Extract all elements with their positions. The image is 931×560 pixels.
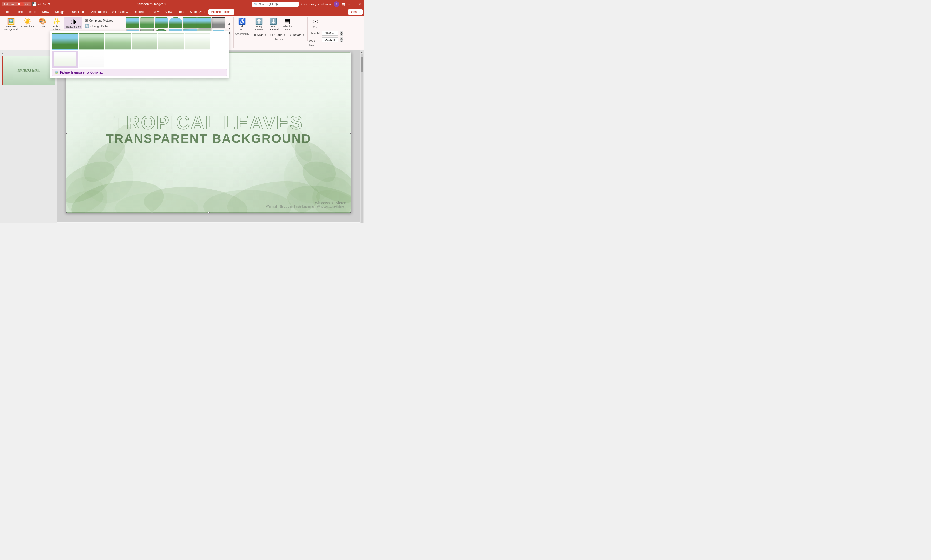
autosave-toggle[interactable] <box>17 2 25 6</box>
menu-help[interactable]: Help <box>175 9 187 15</box>
minimize-button[interactable]: ─ <box>348 2 351 6</box>
trans-option-5[interactable] <box>185 33 210 50</box>
close-button[interactable]: ✕ <box>358 2 362 6</box>
autosave-state: Off <box>25 3 29 6</box>
trans-option-0[interactable] <box>52 33 78 50</box>
windows-watermark: Windows aktivieren Wechseln Sie zu den E… <box>266 201 346 208</box>
selection-pane-icon: ▤ <box>285 18 291 25</box>
slide-title-container: TROPICAL LEAVES TRANSPARENT BACKGROUND <box>94 113 323 146</box>
width-up[interactable]: ▲ <box>340 37 343 40</box>
rotate-button[interactable]: ↻ Rotate ▾ <box>288 32 306 37</box>
alt-text-button[interactable]: ♿ AltText <box>235 17 249 32</box>
handle-bottomright[interactable] <box>350 212 351 213</box>
ps-scroll-down[interactable]: ▼ <box>227 26 232 31</box>
compress-pictures-button[interactable]: ⊞ Compress Pictures <box>83 18 115 23</box>
group-button[interactable]: ⬡ Group ▾ <box>269 32 287 37</box>
right-scrollbar: ▲ ▼ <box>360 50 364 223</box>
menu-transitions[interactable]: Transitions <box>68 9 88 15</box>
share-button[interactable]: Share <box>348 9 363 15</box>
ps-thumb-4[interactable] <box>169 17 182 28</box>
ps-scroll-up[interactable]: ▲ <box>227 22 232 26</box>
bring-forward-icon: ⬆️ <box>255 18 263 25</box>
scroll-thumb[interactable] <box>360 57 363 72</box>
picture-transparency-options-button[interactable]: 🖼️ Picture Transparency Options... <box>52 69 227 76</box>
menu-draw[interactable]: Draw <box>39 9 52 15</box>
slide-title-line1: TROPICAL LEAVES <box>94 113 323 132</box>
menu-slideshow[interactable]: Slide Show <box>109 9 131 15</box>
scroll-track <box>360 54 363 223</box>
user-avatar[interactable]: J <box>334 1 339 7</box>
selection-pane-button[interactable]: ▤ SelectionPane <box>281 17 294 32</box>
remove-background-button[interactable]: 🖼️ RemoveBackground <box>3 17 19 32</box>
trans-option-selected[interactable] <box>52 51 78 68</box>
ps-thumb-6[interactable] <box>197 17 211 28</box>
width-input[interactable] <box>322 37 339 42</box>
redo-icon[interactable]: ↪ <box>43 2 46 6</box>
send-backward-button[interactable]: ⬇️ SendBackward <box>266 17 280 32</box>
corrections-icon: ☀️ <box>24 18 31 25</box>
menu-design[interactable]: Design <box>52 9 67 15</box>
rotate-icon: ↻ <box>289 33 292 37</box>
ps-thumb-2[interactable] <box>140 17 154 28</box>
trans-options-icon: 🖼️ <box>55 71 58 74</box>
ps-thumb-5[interactable] <box>183 17 197 28</box>
save-icon[interactable]: 💾 <box>32 2 37 6</box>
arrange-group-label: Arrange <box>252 37 306 41</box>
ps-thumb-3[interactable] <box>155 17 168 28</box>
slide-thumb-title2: TRANSPARENT BACKGROUND <box>17 71 40 72</box>
slide-thumbnail-1[interactable]: TROPICAL LEAVES TRANSPARENT BACKGROUND <box>2 56 55 85</box>
corrections-button[interactable]: ☀️ Corrections <box>20 17 35 29</box>
menu-picture-format[interactable]: Picture Format <box>208 9 234 15</box>
undo-icon[interactable]: ↩ <box>38 2 41 6</box>
height-down[interactable]: ▼ <box>340 33 343 36</box>
handle-rightmid[interactable] <box>350 131 351 134</box>
height-input[interactable] <box>322 31 339 35</box>
trans-option-2[interactable] <box>105 33 131 50</box>
ps-thumb-7[interactable] <box>212 17 225 28</box>
color-button[interactable]: 🎨 Color <box>36 17 49 29</box>
trans-option-empty[interactable] <box>79 51 104 68</box>
send-backward-icon: ⬇️ <box>269 18 277 25</box>
customize-icon[interactable]: ▼ <box>48 2 51 6</box>
search-placeholder: Search (Alt+Q) <box>259 3 278 6</box>
slide-thumb-title1: TROPICAL LEAVES <box>18 69 39 71</box>
size-group: ✂ Crop ↕ Height: ▲ ▼ ↔ Width: ▲ ▼ Size <box>308 17 345 46</box>
scroll-up-button[interactable]: ▲ <box>360 51 363 54</box>
ps-thumb-1[interactable] <box>126 17 140 28</box>
menu-slidelizard[interactable]: SlideLizard <box>187 9 208 15</box>
menu-view[interactable]: View <box>163 9 175 15</box>
change-picture-button[interactable]: 🔄 Change Picture <box>83 23 115 29</box>
artistic-effects-button[interactable]: ✨ ArtisticEffects <box>50 17 63 32</box>
menu-file[interactable]: File <box>1 9 11 15</box>
menu-home[interactable]: Home <box>12 9 25 15</box>
slide-thumb-inner: TROPICAL LEAVES TRANSPARENT BACKGROUND <box>3 56 55 85</box>
menu-record[interactable]: Record <box>131 9 146 15</box>
crop-button[interactable]: ✂ Crop <box>309 17 322 29</box>
title-bar-right: 🔍 Search (Alt+Q) Gumpelmeyer Johanna J ⬒… <box>252 1 362 7</box>
bring-forward-button[interactable]: ⬆️ BringForward <box>252 17 265 32</box>
menu-insert[interactable]: Insert <box>26 9 39 15</box>
menu-animations[interactable]: Animations <box>89 9 109 15</box>
group-icon: ⬡ <box>271 33 273 37</box>
notes-placeholder: Click to add notes <box>60 223 83 224</box>
maximize-button[interactable]: □ <box>353 2 356 6</box>
trans-option-3[interactable] <box>132 33 157 50</box>
artistic-effects-icon: ✨ <box>53 18 60 25</box>
trans-option-4[interactable] <box>158 33 184 50</box>
handle-bottommid[interactable] <box>207 212 210 213</box>
width-down[interactable]: ▼ <box>340 40 343 42</box>
title-bar-center: transparent-images ▾ <box>137 2 166 6</box>
trans-option-1[interactable] <box>79 33 104 50</box>
width-field: ↔ Width: ▲ ▼ <box>309 37 343 43</box>
menu-review[interactable]: Review <box>147 9 162 15</box>
notes-bar[interactable]: Click to add notes <box>57 222 360 223</box>
ribbon-display-icon[interactable]: ⬒ <box>342 2 345 6</box>
crop-icon: ✂ <box>313 18 319 26</box>
transparency-button[interactable]: ◑ Transparency <box>64 17 82 29</box>
height-up[interactable]: ▲ <box>340 31 343 33</box>
height-field: ↕ Height: ▲ ▼ <box>309 31 343 36</box>
title-search[interactable]: 🔍 Search (Alt+Q) <box>252 2 299 7</box>
align-icon: ≡ <box>254 33 255 36</box>
align-button[interactable]: ≡ Align ▾ <box>252 32 268 37</box>
autosave-badge[interactable]: AutoSave Off <box>2 2 31 6</box>
